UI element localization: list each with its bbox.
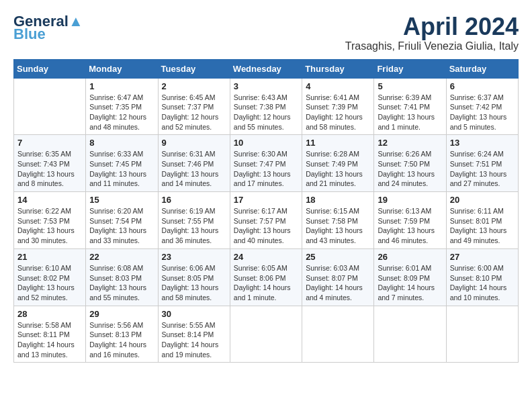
day-number: 15 [89, 195, 154, 205]
day-info: Sunrise: 5:58 AMSunset: 8:11 PMDaylight:… [17, 320, 82, 360]
calendar-cell: 21Sunrise: 6:10 AMSunset: 8:02 PMDayligh… [14, 248, 86, 306]
day-info: Sunrise: 6:19 AMSunset: 7:55 PMDaylight:… [162, 206, 226, 246]
month-title: April 2024 [345, 13, 519, 40]
day-number: 10 [234, 138, 298, 148]
calendar-cell: 5Sunrise: 6:39 AMSunset: 7:41 PMDaylight… [374, 78, 446, 135]
calendar-cell: 19Sunrise: 6:13 AMSunset: 7:59 PMDayligh… [374, 192, 446, 249]
day-info: Sunrise: 5:56 AMSunset: 8:13 PMDaylight:… [89, 320, 154, 360]
calendar-cell: 10Sunrise: 6:30 AMSunset: 7:47 PMDayligh… [230, 135, 302, 192]
weekday-header-monday: Monday [86, 59, 158, 78]
day-number: 19 [378, 195, 442, 205]
day-number: 7 [17, 138, 82, 148]
day-info: Sunrise: 6:45 AMSunset: 7:37 PMDaylight:… [162, 93, 226, 132]
day-info: Sunrise: 6:37 AMSunset: 7:42 PMDaylight:… [450, 93, 515, 132]
day-number: 11 [306, 138, 370, 148]
calendar-cell: 13Sunrise: 6:24 AMSunset: 7:51 PMDayligh… [446, 135, 518, 192]
day-info: Sunrise: 6:26 AMSunset: 7:50 PMDaylight:… [378, 149, 442, 189]
day-number: 16 [162, 195, 226, 205]
weekday-header-saturday: Saturday [446, 59, 518, 78]
calendar-cell: 4Sunrise: 6:41 AMSunset: 7:39 PMDaylight… [302, 78, 374, 135]
day-number: 13 [450, 138, 515, 148]
day-number: 24 [234, 252, 298, 262]
day-number: 30 [162, 309, 226, 319]
calendar-cell: 28Sunrise: 5:58 AMSunset: 8:11 PMDayligh… [14, 306, 86, 363]
day-info: Sunrise: 6:03 AMSunset: 8:07 PMDaylight:… [306, 263, 370, 303]
day-info: Sunrise: 6:24 AMSunset: 7:51 PMDaylight:… [450, 149, 515, 189]
day-number: 26 [378, 252, 442, 262]
day-info: Sunrise: 6:01 AMSunset: 8:09 PMDaylight:… [378, 263, 442, 303]
calendar-cell: 12Sunrise: 6:26 AMSunset: 7:50 PMDayligh… [374, 135, 446, 192]
calendar-cell: 9Sunrise: 6:31 AMSunset: 7:46 PMDaylight… [158, 135, 230, 192]
calendar-table: SundayMondayTuesdayWednesdayThursdayFrid… [13, 59, 519, 363]
weekday-header-tuesday: Tuesday [158, 59, 230, 78]
calendar-cell: 26Sunrise: 6:01 AMSunset: 8:09 PMDayligh… [374, 248, 446, 306]
calendar-week-5: 28Sunrise: 5:58 AMSunset: 8:11 PMDayligh… [14, 306, 519, 363]
day-info: Sunrise: 6:17 AMSunset: 7:57 PMDaylight:… [234, 206, 298, 246]
day-number: 22 [89, 252, 154, 262]
weekday-header-friday: Friday [374, 59, 446, 78]
location-title: Trasaghis, Friuli Venezia Giulia, Italy [345, 40, 519, 52]
weekday-header-wednesday: Wednesday [230, 59, 302, 78]
calendar-cell: 15Sunrise: 6:20 AMSunset: 7:54 PMDayligh… [86, 192, 158, 249]
calendar-cell [302, 306, 374, 363]
calendar-cell: 7Sunrise: 6:35 AMSunset: 7:43 PMDaylight… [14, 135, 86, 192]
calendar-cell: 2Sunrise: 6:45 AMSunset: 7:37 PMDaylight… [158, 78, 230, 135]
calendar-week-3: 14Sunrise: 6:22 AMSunset: 7:53 PMDayligh… [14, 192, 519, 249]
day-number: 3 [234, 81, 298, 91]
calendar-cell: 20Sunrise: 6:11 AMSunset: 8:01 PMDayligh… [446, 192, 518, 249]
calendar-cell [374, 306, 446, 363]
day-info: Sunrise: 6:00 AMSunset: 8:10 PMDaylight:… [450, 263, 515, 303]
calendar-cell: 17Sunrise: 6:17 AMSunset: 7:57 PMDayligh… [230, 192, 302, 249]
day-number: 25 [306, 252, 370, 262]
day-info: Sunrise: 6:05 AMSunset: 8:06 PMDaylight:… [234, 263, 298, 303]
day-number: 5 [378, 81, 442, 91]
calendar-cell: 1Sunrise: 6:47 AMSunset: 7:35 PMDaylight… [86, 78, 158, 135]
title-area: April 2024 Trasaghis, Friuli Venezia Giu… [345, 13, 519, 52]
calendar-cell: 29Sunrise: 5:56 AMSunset: 8:13 PMDayligh… [86, 306, 158, 363]
weekday-header-sunday: Sunday [14, 59, 86, 78]
day-number: 29 [89, 309, 154, 319]
day-info: Sunrise: 6:39 AMSunset: 7:41 PMDaylight:… [378, 93, 442, 132]
day-number: 28 [17, 309, 82, 319]
weekday-header-thursday: Thursday [302, 59, 374, 78]
calendar-cell [14, 78, 86, 135]
page-header: General▲ Blue April 2024 Trasaghis, Friu… [13, 13, 519, 52]
day-info: Sunrise: 6:41 AMSunset: 7:39 PMDaylight:… [306, 93, 370, 132]
day-info: Sunrise: 5:55 AMSunset: 8:14 PMDaylight:… [162, 320, 226, 360]
calendar-cell: 23Sunrise: 6:06 AMSunset: 8:05 PMDayligh… [158, 248, 230, 306]
day-info: Sunrise: 6:35 AMSunset: 7:43 PMDaylight:… [17, 149, 82, 189]
day-number: 18 [306, 195, 370, 205]
day-info: Sunrise: 6:10 AMSunset: 8:02 PMDaylight:… [17, 263, 82, 303]
calendar-cell [230, 306, 302, 363]
calendar-cell: 8Sunrise: 6:33 AMSunset: 7:45 PMDaylight… [86, 135, 158, 192]
day-info: Sunrise: 6:08 AMSunset: 8:03 PMDaylight:… [89, 263, 154, 303]
weekday-header-row: SundayMondayTuesdayWednesdayThursdayFrid… [14, 59, 519, 78]
day-number: 1 [89, 81, 154, 91]
day-number: 21 [17, 252, 82, 262]
calendar-cell: 11Sunrise: 6:28 AMSunset: 7:49 PMDayligh… [302, 135, 374, 192]
calendar-cell: 22Sunrise: 6:08 AMSunset: 8:03 PMDayligh… [86, 248, 158, 306]
day-number: 12 [378, 138, 442, 148]
day-info: Sunrise: 6:28 AMSunset: 7:49 PMDaylight:… [306, 149, 370, 189]
day-number: 2 [162, 81, 226, 91]
day-info: Sunrise: 6:15 AMSunset: 7:58 PMDaylight:… [306, 206, 370, 246]
calendar-cell: 25Sunrise: 6:03 AMSunset: 8:07 PMDayligh… [302, 248, 374, 306]
calendar-cell: 30Sunrise: 5:55 AMSunset: 8:14 PMDayligh… [158, 306, 230, 363]
day-number: 9 [162, 138, 226, 148]
calendar-cell: 16Sunrise: 6:19 AMSunset: 7:55 PMDayligh… [158, 192, 230, 249]
calendar-week-4: 21Sunrise: 6:10 AMSunset: 8:02 PMDayligh… [14, 248, 519, 306]
day-info: Sunrise: 6:13 AMSunset: 7:59 PMDaylight:… [378, 206, 442, 246]
day-number: 6 [450, 81, 515, 91]
calendar-cell: 14Sunrise: 6:22 AMSunset: 7:53 PMDayligh… [14, 192, 86, 249]
calendar-cell: 18Sunrise: 6:15 AMSunset: 7:58 PMDayligh… [302, 192, 374, 249]
day-info: Sunrise: 6:06 AMSunset: 8:05 PMDaylight:… [162, 263, 226, 303]
day-number: 23 [162, 252, 226, 262]
day-number: 27 [450, 252, 515, 262]
day-number: 4 [306, 81, 370, 91]
day-info: Sunrise: 6:33 AMSunset: 7:45 PMDaylight:… [89, 149, 154, 189]
day-info: Sunrise: 6:47 AMSunset: 7:35 PMDaylight:… [89, 93, 154, 132]
day-info: Sunrise: 6:30 AMSunset: 7:47 PMDaylight:… [234, 149, 298, 189]
calendar-cell: 6Sunrise: 6:37 AMSunset: 7:42 PMDaylight… [446, 78, 518, 135]
day-info: Sunrise: 6:22 AMSunset: 7:53 PMDaylight:… [17, 206, 82, 246]
calendar-cell [446, 306, 518, 363]
